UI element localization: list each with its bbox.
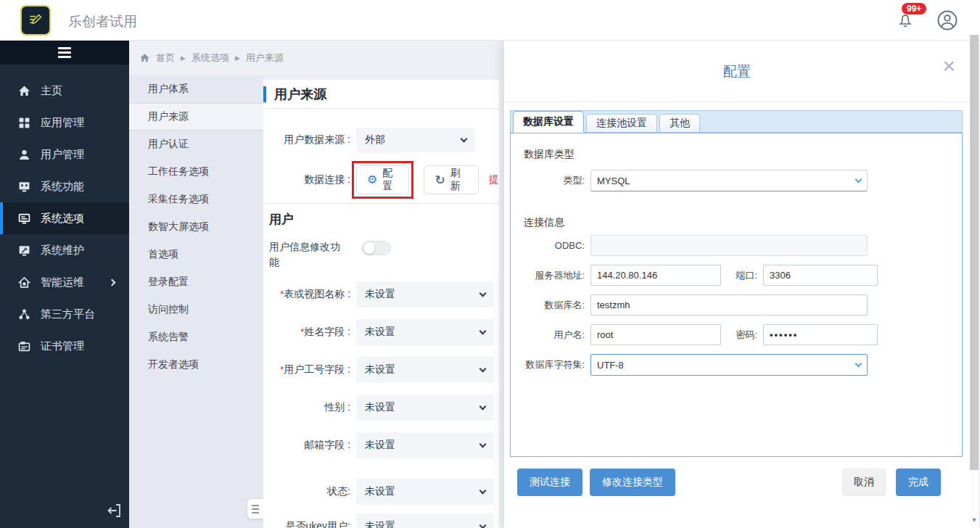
refresh-button[interactable]: ↻ 刷新 (424, 165, 479, 194)
chevron-down-icon (855, 176, 862, 183)
breadcrumb-arrow-icon: ▶ (235, 54, 240, 62)
user-section-title: 用户 (263, 203, 499, 231)
test-connection-button[interactable]: 测试连接 (517, 469, 582, 496)
submenu-item-user-auth[interactable]: 用户认证 (129, 131, 263, 158)
sidebar-item-app-management[interactable]: 应用管理 (0, 107, 129, 139)
home-icon (18, 85, 30, 97)
sidebar-collapse-button[interactable] (0, 41, 129, 65)
submenu-item-user-source[interactable]: 用户来源 (129, 103, 263, 131)
server-row: 服务器地址: 端口: (524, 265, 949, 286)
dialog-divider (504, 102, 970, 102)
top-header: 乐创者试用 99+ (0, 0, 980, 41)
page-title: 用户来源 (274, 86, 326, 103)
certificate-icon (18, 340, 30, 352)
submenu-item-access-control[interactable]: 访问控制 (129, 296, 263, 323)
app-window: 乐创者试用 99+ (0, 0, 980, 528)
scroll-down-arrow[interactable]: ▼ (970, 516, 979, 524)
submenu-item-preferences[interactable]: 首选项 (129, 241, 263, 268)
config-button[interactable]: ⚙ 配置 (356, 165, 409, 194)
user-avatar-button[interactable] (936, 9, 958, 31)
ukey-user-select[interactable]: 未设置 (356, 513, 494, 528)
breadcrumb-home[interactable]: 首页 (156, 51, 175, 65)
exit-arrow-icon (106, 502, 123, 519)
ukey-user-label: 是否ukey用户: (286, 520, 350, 528)
dbname-input[interactable] (590, 294, 868, 315)
submenu-item-collect-task-options[interactable]: 采集任务选项 (129, 186, 263, 213)
sidebar-item-system-functions[interactable]: 系统功能 (0, 170, 129, 202)
page-scrollbar: ▼ (970, 35, 979, 528)
user-avatar-icon (936, 9, 958, 31)
name-field-row: *姓名字段 : 未设置 (263, 319, 499, 345)
done-button[interactable]: 完成 (896, 469, 941, 496)
submenu-item-user-system[interactable]: 用户体系 (129, 75, 263, 103)
data-connection-row: 数据连接 : ⚙ 配置 ↻ 刷新 提 (263, 165, 499, 194)
submenu-collapse-handle[interactable] (247, 499, 263, 519)
sidebar-item-certificate-management[interactable]: 证书管理 (0, 330, 129, 362)
breadcrumb: 首页 ▶ 系统选项 ▶ 用户来源 (139, 41, 284, 75)
username-input[interactable] (590, 324, 721, 345)
notification-badge: 99+ (902, 3, 926, 15)
submenu-item-system-alerts[interactable]: 系统告警 (129, 323, 263, 351)
charset-select[interactable]: UTF-8 (590, 354, 868, 376)
status-row: 状态: 未设置 (263, 479, 499, 505)
sidebar-item-system-options[interactable]: 系统选项 (0, 202, 129, 234)
tab-connection-pool-settings[interactable]: 连接池设置 (586, 114, 657, 132)
monitor-icon (18, 181, 30, 193)
modify-connection-type-button[interactable]: 修改连接类型 (590, 469, 675, 496)
tab-other[interactable]: 其他 (659, 114, 700, 132)
cancel-button[interactable]: 取消 (842, 469, 886, 496)
email-field-label: 邮箱字段 : (304, 439, 350, 450)
tip-text: 提 (489, 173, 499, 186)
username-label: 用户名: (524, 329, 590, 342)
port-input[interactable] (763, 265, 878, 286)
email-field-select[interactable]: 未设置 (356, 432, 494, 458)
user-info-edit-toggle[interactable] (362, 241, 391, 255)
credentials-row: 用户名: 密码: (524, 324, 949, 345)
status-select[interactable]: 未设置 (356, 479, 494, 505)
apps-grid-icon (18, 117, 30, 129)
sidebar-item-home[interactable]: 主页 (0, 75, 129, 107)
gender-select[interactable]: 未设置 (356, 395, 494, 421)
submenu-item-login-config[interactable]: 登录配置 (129, 268, 263, 296)
submenu-item-developer-options[interactable]: 开发者选项 (129, 351, 263, 379)
chevron-right-icon (109, 279, 116, 286)
main-content: 用户来源 用户数据来源 : 外部 数据连接 : ⚙ 配置 ↻ 刷新 提 (263, 80, 499, 528)
close-icon[interactable]: × (942, 55, 955, 77)
port-label: 端口: (725, 269, 763, 282)
logout-collapse-button[interactable] (106, 502, 123, 519)
employee-id-label: 用户工号字段 : (284, 363, 350, 375)
home-icon (139, 53, 150, 63)
sidebar-item-third-party[interactable]: 第三方平台 (0, 298, 129, 330)
employee-id-select[interactable]: 未设置 (356, 357, 494, 383)
tab-database-settings[interactable]: 数据库设置 (513, 111, 584, 133)
pencil-logo-icon (26, 11, 45, 30)
submenu-item-bigscreen-options[interactable]: 数智大屏选项 (129, 213, 263, 241)
submenu-item-work-task-options[interactable]: 工作任务选项 (129, 158, 263, 186)
chevron-down-icon (479, 403, 487, 410)
sidebar-item-system-maintenance[interactable]: 系统维护 (0, 234, 129, 266)
notification-bell-button[interactable]: 99+ (896, 9, 916, 32)
toggle-knob (363, 242, 375, 254)
dialog-tabs: 数据库设置 连接池设置 其他 (510, 110, 963, 133)
user-info-edit-label: 用户信息修改功能 (269, 239, 345, 270)
header-actions: 99+ (896, 0, 958, 41)
db-type-select[interactable]: MYSQL (590, 170, 868, 191)
status-label: 状态: (327, 485, 350, 497)
password-input[interactable] (763, 324, 878, 345)
charset-label: 数据库字符集: (524, 358, 590, 371)
breadcrumb-user-source[interactable]: 用户来源 (246, 51, 284, 65)
scrollbar-thumb[interactable] (970, 35, 979, 470)
user-data-source-select[interactable]: 外部 (356, 128, 475, 152)
server-address-input[interactable] (590, 265, 721, 286)
connection-info-section-label: 连接信息 (524, 216, 949, 229)
sidebar-item-user-management[interactable]: 用户管理 (0, 139, 129, 170)
odbc-row: ODBC: (524, 235, 949, 256)
name-field-select[interactable]: 未设置 (356, 319, 494, 345)
app-logo[interactable] (20, 5, 51, 36)
sidebar-item-intelligent-ops[interactable]: 智能运维 (0, 266, 129, 298)
share-nodes-icon (18, 308, 30, 321)
users-icon (18, 149, 30, 161)
breadcrumb-system-options[interactable]: 系统选项 (192, 51, 229, 65)
table-or-view-select[interactable]: 未设置 (356, 281, 494, 308)
database-settings-panel: 数据库类型 类型: MYSQL 连接信息 ODBC: 服务器地址: 端口: (510, 133, 963, 457)
